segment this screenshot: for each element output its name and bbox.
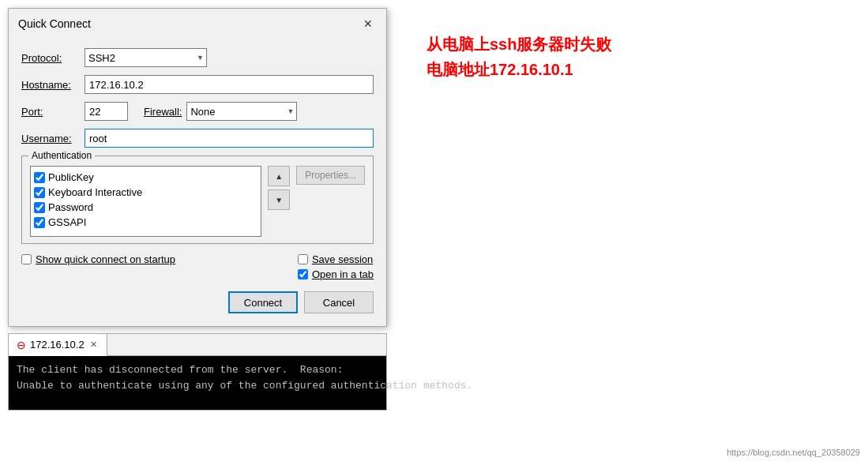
connect-button[interactable]: Connect (228, 291, 298, 313)
auth-item-publickey: PublicKey (34, 170, 257, 185)
auth-controls: ▲ ▼ (268, 166, 290, 237)
username-input[interactable] (85, 129, 374, 148)
terminal-area: ⊖ 172.16.10.2 ✕ The client has disconnec… (8, 333, 387, 411)
terminal-tab[interactable]: ⊖ 172.16.10.2 ✕ (9, 334, 107, 356)
show-startup-label[interactable]: Show quick connect on startup (21, 253, 175, 265)
auth-legend: Authentication (28, 150, 95, 161)
auth-checkbox-password[interactable] (34, 202, 45, 213)
tab-error-icon: ⊖ (17, 339, 26, 351)
dialog-titlebar: Quick Connect ✕ (9, 9, 386, 39)
port-label: Port: (21, 106, 85, 118)
protocol-select[interactable]: SSH2 SSH1 Telnet SFTP (85, 48, 207, 67)
action-buttons: Connect Cancel (21, 291, 374, 313)
auth-checkbox-publickey[interactable] (34, 172, 45, 183)
firewall-label: Firewall: (144, 106, 182, 118)
terminal-tab-close-button[interactable]: ✕ (88, 339, 99, 350)
firewall-select[interactable]: None Socks4 Socks5 HTTP (186, 102, 297, 121)
protocol-select-wrapper: SSH2 SSH1 Telnet SFTP ▼ (85, 48, 207, 67)
properties-button[interactable]: Properties... (296, 166, 365, 185)
auth-list: PublicKey Keyboard Interactive Password (30, 166, 261, 237)
auth-item-password: Password (34, 200, 257, 215)
auth-move-up-button[interactable]: ▲ (268, 166, 290, 186)
watermark: https://blog.csdn.net/qq_20358029 (727, 448, 860, 457)
protocol-row: Protocol: SSH2 SSH1 Telnet SFTP ▼ (21, 48, 374, 67)
dialog-body: Protocol: SSH2 SSH1 Telnet SFTP ▼ (9, 39, 386, 326)
auth-label-publickey: PublicKey (48, 171, 94, 183)
hostname-label: Hostname: (21, 79, 85, 91)
save-session-checkbox[interactable] (298, 254, 308, 264)
close-button[interactable]: ✕ (359, 15, 377, 32)
hostname-row: Hostname: (21, 75, 374, 94)
firewall-select-wrapper: None Socks4 Socks5 HTTP ▼ (186, 102, 297, 121)
auth-move-down-button[interactable]: ▼ (268, 189, 290, 210)
terminal-tab-label: 172.16.10.2 (30, 339, 85, 351)
auth-item-gssapi: GSSAPI (34, 215, 257, 230)
save-session-label[interactable]: Save session (298, 253, 374, 265)
terminal-body: The client has disconnected from the ser… (8, 355, 387, 411)
auth-item-keyboard: Keyboard Interactive (34, 185, 257, 200)
protocol-label: Protocol: (21, 52, 85, 64)
auth-label-keyboard: Keyboard Interactive (48, 186, 142, 198)
auth-section: Authentication PublicKey Keyboard Intera… (21, 156, 374, 244)
annotation-text: 从电脑上ssh服务器时失败 电脑地址172.16.10.1 (426, 32, 611, 82)
annotation-line1: 从电脑上ssh服务器时失败 (426, 32, 611, 57)
auth-checkbox-gssapi[interactable] (34, 217, 45, 228)
left-side: Quick Connect ✕ Protocol: SSH2 SSH1 Teln… (0, 0, 403, 465)
username-label: Username: (21, 133, 85, 144)
username-row: Username: (21, 129, 374, 148)
show-startup-checkbox[interactable] (21, 254, 32, 264)
dialog-title: Quick Connect (18, 17, 91, 30)
auth-content: PublicKey Keyboard Interactive Password (30, 166, 365, 237)
terminal-tab-bar: ⊖ 172.16.10.2 ✕ (8, 333, 387, 355)
cancel-button[interactable]: Cancel (304, 291, 374, 313)
properties-container: Properties... (296, 166, 365, 237)
right-side: 从电脑上ssh服务器时失败 电脑地址172.16.10.1 (403, 0, 868, 465)
port-firewall-row: Port: Firewall: None Socks4 Socks5 HTTP (21, 102, 374, 121)
open-in-tab-checkbox[interactable] (298, 269, 308, 279)
main-container: Quick Connect ✕ Protocol: SSH2 SSH1 Teln… (0, 0, 868, 465)
right-options: Save session Open in a tab (298, 253, 374, 280)
auth-checkbox-keyboard[interactable] (34, 187, 45, 198)
terminal-line1: The client has disconnected from the ser… (17, 364, 343, 376)
auth-label-gssapi: GSSAPI (48, 216, 86, 228)
auth-label-password: Password (48, 201, 93, 213)
open-in-tab-label[interactable]: Open in a tab (298, 268, 374, 280)
bottom-options: Show quick connect on startup Save sessi… (21, 253, 374, 280)
annotation-line2: 电脑地址172.16.10.1 (426, 57, 611, 82)
hostname-input[interactable] (85, 75, 374, 94)
port-input[interactable] (85, 102, 128, 121)
quick-connect-dialog: Quick Connect ✕ Protocol: SSH2 SSH1 Teln… (8, 8, 387, 327)
